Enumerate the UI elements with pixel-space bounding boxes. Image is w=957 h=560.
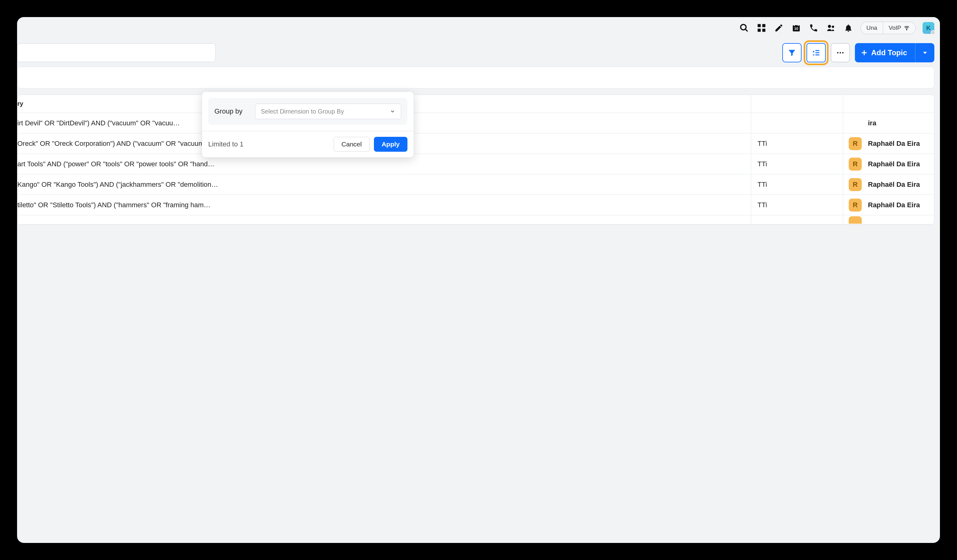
table-row[interactable]: tiletto" OR "Stiletto Tools") AND ("hamm… <box>17 195 452 215</box>
chevron-down-icon <box>390 109 395 114</box>
search-input[interactable] <box>17 43 216 62</box>
toolbar: Add Topic <box>17 39 452 67</box>
subheader-bar <box>17 67 452 88</box>
table-row[interactable] <box>17 215 452 225</box>
limited-note: Limited to 1 <box>208 140 329 148</box>
cell-query: Kango" OR "Kango Tools") AND ("jackhamme… <box>17 181 452 189</box>
group-by-field: Group by Select Dimension to Group By <box>208 98 407 125</box>
select-placeholder: Select Dimension to Group By <box>261 108 344 115</box>
group-by-popover: Group by Select Dimension to Group By Li… <box>202 91 414 158</box>
table-row[interactable]: Kango" OR "Kango Tools") AND ("jackhamme… <box>17 174 452 195</box>
cell-query: tiletto" OR "Stiletto Tools") AND ("hamm… <box>17 201 452 209</box>
group-by-label: Group by <box>215 107 243 115</box>
app-header: 10 Una VoIP K <box>17 17 452 39</box>
app-window: 10 Una VoIP K <box>17 17 452 264</box>
cancel-button[interactable]: Cancel <box>333 137 369 152</box>
group-by-select[interactable]: Select Dimension to Group By <box>255 104 401 119</box>
cell-query: art Tools" AND ("power" OR "tools" OR "p… <box>17 160 452 168</box>
apply-button[interactable]: Apply <box>374 137 407 152</box>
